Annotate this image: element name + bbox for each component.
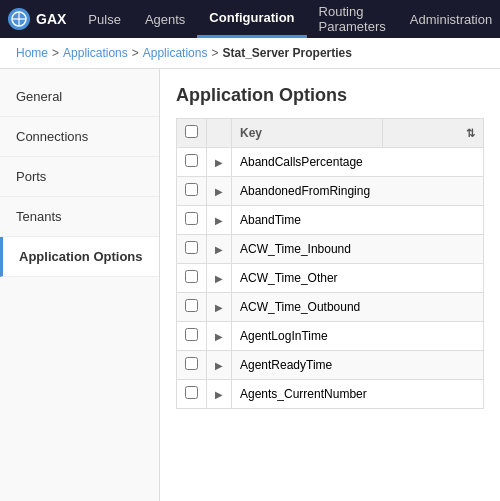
- options-table: Key ⇅ ▶AbandCallsPercentage▶AbandonedFro…: [176, 118, 484, 409]
- app-name: GAX: [36, 11, 66, 27]
- col-arrow: [207, 119, 232, 148]
- sidebar-item-ports[interactable]: Ports: [0, 157, 159, 197]
- row-checkbox-cell: [177, 264, 207, 293]
- row-expand-cell[interactable]: ▶: [207, 351, 232, 380]
- row-checkbox[interactable]: [185, 183, 198, 196]
- row-key: AgentReadyTime: [232, 351, 484, 380]
- breadcrumb-current: Stat_Server Properties: [223, 46, 352, 60]
- sort-icon: ⇅: [466, 127, 475, 139]
- row-checkbox[interactable]: [185, 154, 198, 167]
- table-row: ▶ACW_Time_Other: [177, 264, 484, 293]
- row-expand-cell[interactable]: ▶: [207, 293, 232, 322]
- row-checkbox[interactable]: [185, 212, 198, 225]
- row-expand-cell[interactable]: ▶: [207, 177, 232, 206]
- row-expand-cell[interactable]: ▶: [207, 380, 232, 409]
- expand-triangle-icon: ▶: [215, 389, 223, 400]
- breadcrumb: Home > Applications > Applications > Sta…: [0, 38, 500, 69]
- table-row: ▶AbandCallsPercentage: [177, 148, 484, 177]
- logo-icon: [8, 8, 30, 30]
- sidebar-item-general[interactable]: General: [0, 77, 159, 117]
- main-layout: General Connections Ports Tenants Applic…: [0, 69, 500, 501]
- row-checkbox[interactable]: [185, 270, 198, 283]
- col-checkbox: [177, 119, 207, 148]
- table-row: ▶ACW_Time_Inbound: [177, 235, 484, 264]
- row-key: AbandTime: [232, 206, 484, 235]
- row-key: AbandCallsPercentage: [232, 148, 484, 177]
- expand-triangle-icon: ▶: [215, 215, 223, 226]
- table-row: ▶Agents_CurrentNumber: [177, 380, 484, 409]
- row-expand-cell[interactable]: ▶: [207, 148, 232, 177]
- nav-configuration[interactable]: Configuration: [197, 0, 306, 38]
- row-checkbox[interactable]: [185, 241, 198, 254]
- sidebar-item-tenants[interactable]: Tenants: [0, 197, 159, 237]
- nav-agents[interactable]: Agents: [133, 0, 197, 38]
- row-expand-cell[interactable]: ▶: [207, 206, 232, 235]
- row-checkbox[interactable]: [185, 357, 198, 370]
- table-row: ▶ACW_Time_Outbound: [177, 293, 484, 322]
- table-row: ▶AbandTime: [177, 206, 484, 235]
- nav-administration[interactable]: Administration: [398, 0, 500, 38]
- table-header-row: Key ⇅: [177, 119, 484, 148]
- app-logo: GAX: [8, 8, 66, 30]
- row-expand-cell[interactable]: ▶: [207, 235, 232, 264]
- row-checkbox[interactable]: [185, 299, 198, 312]
- row-key: ACW_Time_Outbound: [232, 293, 484, 322]
- table-row: ▶AbandonedFromRinging: [177, 177, 484, 206]
- expand-triangle-icon: ▶: [215, 273, 223, 284]
- expand-triangle-icon: ▶: [215, 157, 223, 168]
- row-checkbox-cell: [177, 148, 207, 177]
- row-key: AbandonedFromRinging: [232, 177, 484, 206]
- table-row: ▶AgentReadyTime: [177, 351, 484, 380]
- breadcrumb-home[interactable]: Home: [16, 46, 48, 60]
- row-key: AgentLogInTime: [232, 322, 484, 351]
- breadcrumb-applications-1[interactable]: Applications: [63, 46, 128, 60]
- row-expand-cell[interactable]: ▶: [207, 264, 232, 293]
- sidebar: General Connections Ports Tenants Applic…: [0, 69, 160, 501]
- row-checkbox[interactable]: [185, 386, 198, 399]
- sidebar-item-connections[interactable]: Connections: [0, 117, 159, 157]
- expand-triangle-icon: ▶: [215, 331, 223, 342]
- content-area: Application Options Key ⇅ ▶AbandCallsPer…: [160, 69, 500, 501]
- topnav: GAX Pulse Agents Configuration Routing P…: [0, 0, 500, 38]
- row-key: Agents_CurrentNumber: [232, 380, 484, 409]
- expand-triangle-icon: ▶: [215, 186, 223, 197]
- sidebar-item-application-options[interactable]: Application Options: [0, 237, 159, 277]
- table-row: ▶AgentLogInTime: [177, 322, 484, 351]
- row-checkbox-cell: [177, 235, 207, 264]
- row-checkbox-cell: [177, 380, 207, 409]
- row-key: ACW_Time_Inbound: [232, 235, 484, 264]
- page-title: Application Options: [176, 85, 484, 106]
- row-key: ACW_Time_Other: [232, 264, 484, 293]
- expand-triangle-icon: ▶: [215, 244, 223, 255]
- row-checkbox-cell: [177, 177, 207, 206]
- row-checkbox-cell: [177, 322, 207, 351]
- expand-triangle-icon: ▶: [215, 360, 223, 371]
- nav-routing-parameters[interactable]: Routing Parameters: [307, 0, 398, 38]
- col-sort[interactable]: ⇅: [383, 119, 484, 148]
- col-key: Key: [232, 119, 383, 148]
- row-checkbox-cell: [177, 351, 207, 380]
- select-all-checkbox[interactable]: [185, 125, 198, 138]
- expand-triangle-icon: ▶: [215, 302, 223, 313]
- breadcrumb-applications-2[interactable]: Applications: [143, 46, 208, 60]
- row-checkbox-cell: [177, 206, 207, 235]
- nav-pulse[interactable]: Pulse: [76, 0, 133, 38]
- row-checkbox-cell: [177, 293, 207, 322]
- row-checkbox[interactable]: [185, 328, 198, 341]
- row-expand-cell[interactable]: ▶: [207, 322, 232, 351]
